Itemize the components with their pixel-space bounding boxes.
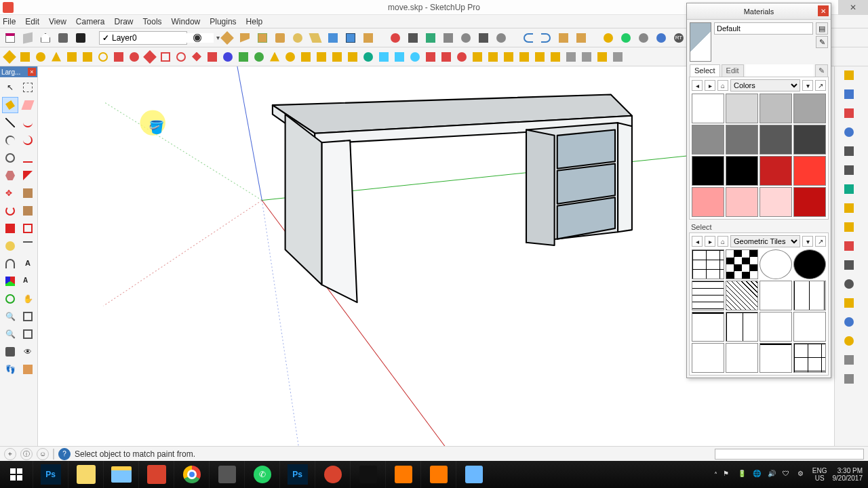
tb2-icon[interactable] [377,50,391,64]
toolbar1-icon[interactable] [406,30,420,45]
toolbar1-icon[interactable] [636,30,651,45]
select-tool[interactable]: ↖ [2,79,18,96]
status-user-icon[interactable]: ☺ [37,448,49,460]
menu-edit[interactable]: Edit [25,17,39,26]
materials-tab-select[interactable]: Select [690,64,720,77]
color-swatch[interactable] [760,125,792,155]
print-icon[interactable] [56,30,71,45]
color-swatch[interactable] [760,187,792,217]
measurement-input[interactable] [715,449,864,460]
tray-icon[interactable] [844,374,859,389]
tray-up-icon[interactable]: ˄ [714,471,717,479]
nav-fwd-icon[interactable]: ▸ [705,80,715,91]
toolbar1-icon[interactable] [273,30,288,45]
tile-swatch[interactable] [692,249,724,279]
3dtext-tool[interactable]: A [20,273,36,289]
taskbar-explorer-icon[interactable] [103,461,138,488]
tb2-icon[interactable] [127,50,141,64]
lasso-tool[interactable] [20,79,36,96]
zoom-window-tool[interactable]: 🔍 [2,326,18,342]
library-menu-icon[interactable]: ▾ [802,236,813,247]
menu-tools[interactable]: Tools [143,17,162,26]
tb2-icon[interactable] [96,50,110,64]
tile-swatch[interactable] [793,249,826,279]
walk-tool[interactable]: 👣 [2,361,18,378]
toolbar1-icon[interactable] [388,30,403,45]
materials-panel[interactable]: Materials ✕ ▤ ✎ Select Edit ✎ ◂ ▸ ⌂ Colo… [686,3,831,378]
circle-tool[interactable] [2,150,18,166]
menu-plugins[interactable]: Plugins [210,17,236,26]
tb2-icon[interactable] [455,50,469,64]
tb2-icon[interactable] [34,50,47,64]
pushpull-tool[interactable] [20,185,36,201]
tb2-icon[interactable] [486,50,500,64]
tray-volume-icon[interactable]: 🔊 [768,470,777,479]
toolbar1-icon[interactable] [476,30,491,45]
toolbar1-icon[interactable] [308,30,323,45]
menu-file[interactable]: File [3,17,16,26]
tile-swatch[interactable] [760,312,792,342]
panel-close-icon[interactable]: × [28,68,36,76]
tb2-icon[interactable] [50,50,63,64]
tb2-icon[interactable] [611,50,625,64]
cube-icon[interactable] [20,30,35,45]
toolbar1-icon[interactable] [574,30,589,45]
tape-tool[interactable] [2,238,18,254]
tray-icon[interactable] [844,298,859,313]
close-button[interactable]: ✕ [838,0,868,15]
tb2-icon[interactable] [533,50,547,64]
toolbar1-icon[interactable] [220,30,235,45]
freehand-tool[interactable] [20,115,36,131]
tray-icon[interactable] [844,279,859,294]
color-swatch[interactable] [726,94,758,123]
section-tool[interactable] [20,361,36,378]
taskbar-app-icon[interactable] [209,461,244,488]
tray-icon[interactable] [844,70,859,85]
layers-icon[interactable] [190,30,205,45]
tray-icon[interactable]: ⚑ [723,470,732,479]
tray-language[interactable]: ENG US [812,467,827,482]
text-tool[interactable]: A [20,256,36,272]
taskbar-ps2-icon[interactable]: Ps [279,461,315,488]
monitor-icon[interactable] [73,30,88,45]
tb2-icon[interactable] [174,50,188,64]
offset-tool[interactable] [20,220,36,237]
tray-icon[interactable]: 🔋 [738,470,747,479]
menu-window[interactable]: Window [172,17,201,26]
tb2-icon[interactable] [564,50,578,64]
tray-icon[interactable] [844,260,859,275]
tray-icon[interactable] [844,317,859,332]
tile-swatch[interactable] [726,281,758,310]
tray-icon[interactable] [844,165,859,180]
tile-swatch[interactable] [692,281,724,310]
tray-icon[interactable] [844,355,859,370]
taskbar-photoshop-icon[interactable]: Ps [33,461,68,488]
taskbar-app-icon[interactable] [350,461,385,488]
tile-swatch[interactable] [726,312,758,342]
tile-swatch[interactable] [726,343,758,373]
toolbar1-icon[interactable] [494,30,509,45]
tile-swatch[interactable] [726,249,758,279]
tile-swatch[interactable] [793,312,826,342]
color-swatch[interactable] [760,156,792,186]
tb2-icon[interactable] [393,50,406,64]
tray-icon[interactable]: 🛡 [783,470,792,479]
materials-tab-edit[interactable]: Edit [722,64,744,77]
system-tray[interactable]: ˄ ⚑ 🔋 🌐 🔊 🛡 ⚙ ENG US 3:30 PM 9/20/2017 [709,467,868,482]
taskbar-whatsapp-icon[interactable]: ✆ [244,461,279,488]
tile-swatch[interactable] [793,343,826,373]
toolbar1-icon[interactable] [290,30,305,45]
taskbar-chrome-icon[interactable] [174,461,209,488]
tray-icon[interactable] [844,336,859,351]
pan-tool[interactable]: ✋ [20,291,36,307]
taskbar-sketchup-icon[interactable] [138,461,174,488]
arc2-tool[interactable] [20,132,36,148]
tb2-icon[interactable] [205,50,219,64]
followme-tool[interactable] [20,203,36,219]
tb2-icon[interactable] [549,50,562,64]
material-display-icon[interactable]: ▤ [816,22,828,35]
menu-view[interactable]: View [49,17,66,26]
nav-fwd-icon[interactable]: ▸ [705,236,715,247]
material-create-icon[interactable]: ✎ [816,36,828,48]
color-swatch[interactable] [692,156,724,186]
